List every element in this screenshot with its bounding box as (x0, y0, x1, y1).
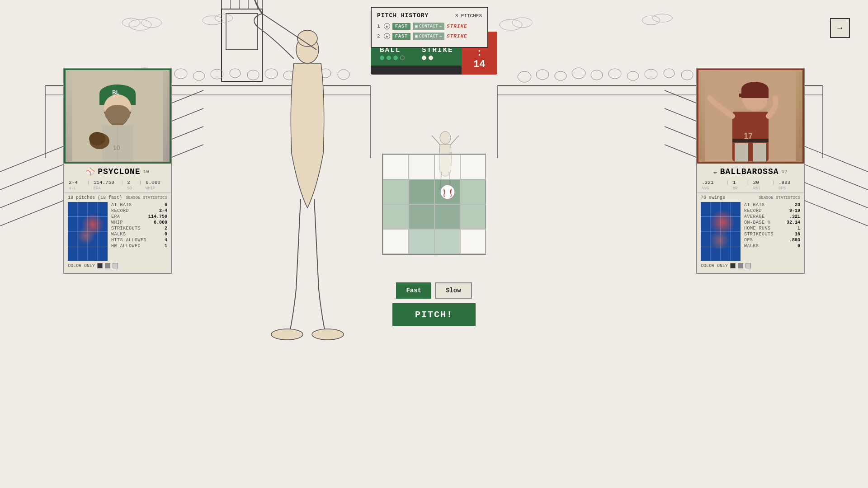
pitcher-stats-table: AT BATS6 RECORD2-4 ERA114.750 WHIP6.000 … (111, 202, 167, 261)
pitch-row-1-contact: ▣ CONTACT ✏ (413, 23, 444, 30)
ball-dot-4 (400, 56, 405, 60)
zone-r4c4[interactable] (460, 229, 486, 254)
batter-quick-stats: .321 AVG | 1 HR | 20 RBI | .893 OPS (697, 178, 804, 193)
pitch-button[interactable]: PITCH! (392, 303, 476, 326)
batter-season-stats-label: SEASON STATISTICS (759, 196, 800, 200)
svg-rect-87 (739, 94, 746, 97)
pitcher-era: 114.750 ERA (94, 180, 117, 191)
batter-avg: .321 AVG (702, 180, 722, 191)
pitch-row-2-num: 2 (377, 33, 382, 39)
exit-button[interactable]: → (830, 18, 850, 38)
pitch-row-1-spin-icon: ↻ (384, 23, 390, 29)
ball-dot-3 (393, 56, 398, 60)
pitcher-card: BL 10 ⚾ PSYCLONE 10 2-4 W-L | 114.750 ER… (63, 68, 172, 274)
strike-dot-1 (422, 56, 426, 60)
svg-text:BL: BL (112, 89, 119, 96)
ball-dot-2 (387, 56, 391, 60)
zone-r2c4[interactable] (460, 179, 486, 204)
zone-r2c3[interactable] (434, 179, 460, 204)
pitcher-season-stats-label: SEASON STATISTICS (126, 196, 167, 200)
pitch-row-1-result: STRIKE (447, 23, 467, 29)
pitch-controls: Fast Slow PITCH! (392, 282, 476, 326)
slow-button[interactable]: Slow (435, 282, 472, 299)
zone-r3c4[interactable] (460, 204, 486, 229)
batter-portrait: 17 (697, 69, 804, 164)
zone-r2c2[interactable] (409, 179, 434, 204)
pitcher-heatmap (68, 202, 108, 261)
svg-point-91 (440, 185, 455, 199)
pitch-type-buttons: Fast Slow (396, 282, 472, 299)
batter-icon: ✏ (713, 168, 717, 176)
zone-r1c1[interactable] (383, 155, 409, 179)
pitch-history-title: PITCH HISTORY (377, 12, 429, 19)
batter-swings-label: 76 swings (701, 195, 725, 200)
batter-stats-table: AT BATS28 RECORD9-19 AVERAGE.321 ON-BASE… (744, 202, 800, 261)
strike-dots (422, 56, 453, 60)
batter-name: BALLBAROSSA (720, 167, 779, 176)
zone-r4c1[interactable] (383, 229, 409, 254)
strike-zone-container (382, 154, 486, 255)
batter-rbi: 20 RBI (753, 180, 769, 191)
swatch-mid[interactable] (105, 263, 110, 268)
exit-icon: → (838, 23, 843, 33)
batter-stats-row: AT BATS28 RECORD9-19 AVERAGE.321 ON-BASE… (701, 202, 800, 261)
ball-dots (380, 56, 405, 60)
pitcher-icon: ⚾ (86, 167, 95, 176)
pitch-contact-icon: ▣ (415, 23, 418, 29)
svg-point-74 (105, 105, 130, 123)
pitcher-number: 10 (143, 169, 149, 174)
pitcher-portrait: BL 10 (64, 69, 171, 164)
pitch-row-2-contact-label: CONTACT (419, 34, 438, 39)
zone-r1c4[interactable] (460, 155, 486, 179)
pitch-row-2-contact: ▣ CONTACT ✏ (413, 33, 444, 40)
pitch-row-2-result: STRIKE (447, 33, 467, 39)
pitch-row-2: 2 ↻ FAST ▣ CONTACT ✏ STRIKE (377, 33, 482, 40)
pitch-row-1-num: 1 (377, 23, 382, 29)
pitch-history-count: 3 PITCHES (455, 13, 482, 19)
zone-r3c2[interactable] (409, 204, 434, 229)
pitcher-stats-row: AT BATS6 RECORD2-4 ERA114.750 WHIP6.000 … (68, 202, 167, 261)
zone-r3c3[interactable] (434, 204, 460, 229)
pitch-row-1-contact-label: CONTACT (419, 24, 438, 29)
pitcher-record: 2-4 W-L (69, 180, 83, 191)
batter-swatch-mid[interactable] (738, 263, 743, 268)
batter-color-only: COLOR ONLY (697, 261, 804, 268)
pitcher-color-only: COLOR ONLY (64, 261, 171, 268)
pitch-row-1-type: FAST (392, 23, 410, 30)
pitcher-name: PSYCLONE (98, 167, 140, 176)
svg-rect-90 (753, 143, 766, 161)
batter-ops: .893 OPS (778, 180, 799, 191)
svg-rect-89 (735, 143, 748, 161)
svg-rect-88 (732, 139, 769, 142)
pitcher-name-row: ⚾ PSYCLONE 10 (64, 164, 171, 178)
zone-r4c3[interactable] (434, 229, 460, 254)
zone-r1c2[interactable] (409, 155, 434, 179)
zone-r1c3[interactable] (434, 155, 460, 179)
batter-heatmap-section: 76 swings SEASON STATISTICS AT BATS28 RE… (697, 195, 804, 261)
pitcher-quick-stats: 2-4 W-L | 114.750 ERA | 2 SO | 6.000 WHI… (64, 178, 171, 193)
strike-zone-grid[interactable] (382, 154, 486, 255)
pitch-row-2-pencil: ✏ (439, 33, 442, 39)
svg-point-68 (440, 131, 451, 144)
strike-dot-2 (429, 56, 433, 60)
zone-r2c1[interactable] (383, 179, 409, 204)
pitch-row-1-pencil: ✏ (439, 23, 442, 29)
batter-card: 17 ✏ BALLBAROSSA 17 (696, 68, 805, 274)
batter-swatch-dark[interactable] (730, 263, 736, 268)
svg-text:10: 10 (113, 144, 120, 151)
pitch-row-1: 1 ↻ FAST ▣ CONTACT ✏ STRIKE (377, 23, 482, 30)
pitcher-whip: 6.000 WHIP (146, 180, 166, 191)
swatch-dark[interactable] (97, 263, 103, 268)
zone-r3c1[interactable] (383, 204, 409, 229)
batter-heatmap (701, 202, 741, 261)
pitch-contact-icon-2: ▣ (415, 33, 418, 39)
fast-button[interactable]: Fast (396, 282, 431, 299)
svg-point-67 (312, 329, 344, 340)
zone-r4c2[interactable] (409, 229, 434, 254)
batter-hr: 1 HR (733, 180, 743, 191)
swatch-light[interactable] (113, 263, 118, 268)
batter-swatch-light[interactable] (745, 263, 751, 268)
pitch-history-panel: PITCH HISTORY 3 PITCHES 1 ↻ FAST ▣ CONTA… (371, 7, 488, 48)
pitcher-pitches-label: 18 pitches (18 fast) (68, 195, 122, 200)
batter-number: 17 (782, 169, 788, 174)
